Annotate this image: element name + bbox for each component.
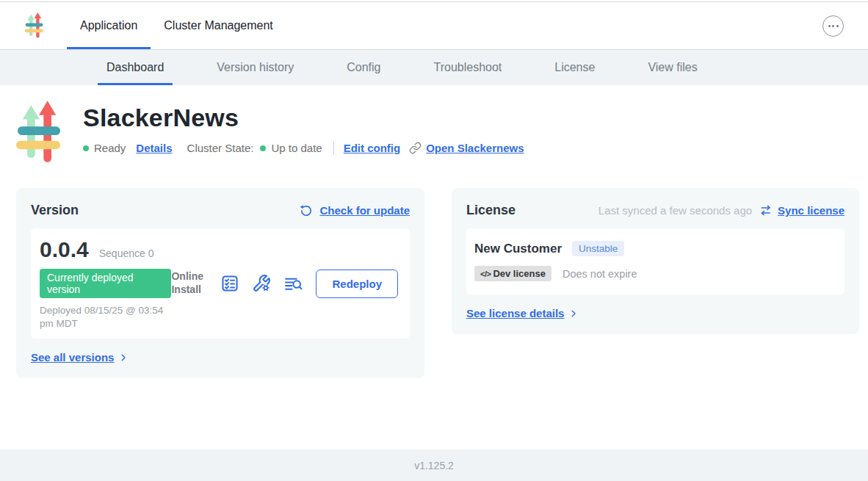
subtab-view-files[interactable]: View files — [639, 50, 706, 85]
version-number: 0.0.4 — [40, 237, 89, 262]
version-card: Version Check for update — [16, 188, 424, 378]
header-spacer — [286, 2, 822, 49]
refresh-icon — [300, 204, 313, 217]
main-content: SlackerNews Ready Details Cluster State:… — [0, 85, 868, 378]
admin-console: Application Cluster Management Dashboard… — [0, 0, 868, 481]
see-all-versions-label: See all versions — [31, 351, 114, 364]
dashboard-cards: Version Check for update — [16, 188, 859, 378]
app-logo-large-icon — [16, 101, 63, 165]
page-title: SlackerNews — [83, 104, 524, 132]
license-card: License Last synced a few seconds ago Sy… — [452, 188, 859, 334]
status-divider — [333, 141, 334, 155]
tab-application[interactable]: Application — [67, 2, 151, 49]
subtab-troubleshoot[interactable]: Troubleshoot — [424, 50, 510, 85]
cluster-state-dot — [260, 145, 266, 151]
current-version-panel: 0.0.4 Sequence 0 Currently deployed vers… — [31, 228, 410, 339]
preflight-checks-icon[interactable] — [220, 274, 239, 293]
license-type-badge: </> Dev license — [474, 266, 551, 281]
subtab-license-label: License — [554, 61, 595, 74]
open-app-link-label: Open Slackernews — [426, 142, 524, 154]
link-icon — [409, 142, 422, 154]
last-synced-label: Last synced a few seconds ago — [598, 204, 752, 217]
subtab-dashboard-label: Dashboard — [106, 61, 164, 74]
sync-icon — [759, 203, 773, 217]
tab-cluster-management-label: Cluster Management — [164, 19, 273, 32]
app-footer: v1.125.2 — [0, 449, 868, 481]
tab-cluster-management[interactable]: Cluster Management — [151, 2, 286, 49]
app-logo-icon — [24, 12, 45, 39]
status-details-link[interactable]: Details — [136, 142, 172, 154]
config-wrench-icon[interactable] — [252, 274, 271, 293]
license-panel: New Customer Unstable </> Dev license Do… — [466, 228, 845, 294]
license-card-title: License — [466, 203, 516, 218]
subtab-license[interactable]: License — [546, 50, 604, 85]
install-type-label: Online Install — [171, 270, 208, 297]
subtab-version-history-label: Version history — [217, 61, 294, 74]
view-logs-icon[interactable] — [283, 275, 303, 293]
code-icon: </> — [480, 270, 491, 278]
subtab-dashboard[interactable]: Dashboard — [98, 50, 173, 85]
check-for-update-link[interactable]: Check for update — [300, 204, 410, 217]
customer-name: New Customer — [474, 242, 562, 256]
see-all-versions-link[interactable]: See all versions — [31, 351, 410, 364]
license-expiry: Does not expire — [563, 268, 637, 280]
overflow-menu-icon[interactable] — [822, 15, 844, 37]
app-status-dot — [83, 145, 89, 151]
open-app-link[interactable]: Open Slackernews — [409, 142, 524, 154]
tab-application-label: Application — [80, 19, 137, 32]
sequence-label: Sequence 0 — [99, 247, 154, 259]
app-title-block: SlackerNews Ready Details Cluster State:… — [16, 101, 859, 165]
sync-license-link[interactable]: Sync license — [759, 203, 845, 217]
redeploy-button[interactable]: Redeploy — [316, 270, 398, 298]
check-for-update-label: Check for update — [319, 204, 410, 217]
chevron-right-icon — [568, 308, 579, 319]
subtab-config[interactable]: Config — [338, 50, 389, 85]
app-subnav: Dashboard Version history Config Trouble… — [0, 49, 868, 85]
sync-license-label: Sync license — [778, 204, 845, 217]
subtab-config-label: Config — [347, 61, 380, 74]
subtab-version-history[interactable]: Version history — [208, 50, 303, 85]
subtab-view-files-label: View files — [648, 61, 697, 74]
cluster-state-value: Up to date — [271, 142, 322, 154]
app-header: Application Cluster Management — [0, 2, 868, 49]
deployed-timestamp: Deployed 08/15/25 @ 03:54 pm MDT — [40, 304, 171, 330]
channel-badge: Unstable — [572, 241, 624, 256]
see-license-details-label: See license details — [466, 307, 564, 319]
app-status-label: Ready — [94, 142, 126, 154]
edit-config-link[interactable]: Edit config — [344, 142, 401, 154]
app-status-row: Ready Details Cluster State: Up to date … — [83, 141, 524, 155]
chevron-right-icon — [118, 352, 129, 363]
cluster-state-label: Cluster State: — [187, 142, 254, 154]
see-license-details-link[interactable]: See license details — [466, 307, 845, 319]
console-version-label: v1.125.2 — [414, 460, 454, 471]
deployed-badge: Currently deployed version — [40, 269, 171, 298]
version-card-title: Version — [31, 203, 79, 218]
subtab-troubleshoot-label: Troubleshoot — [433, 61, 502, 74]
license-type-label: Dev license — [493, 268, 546, 279]
